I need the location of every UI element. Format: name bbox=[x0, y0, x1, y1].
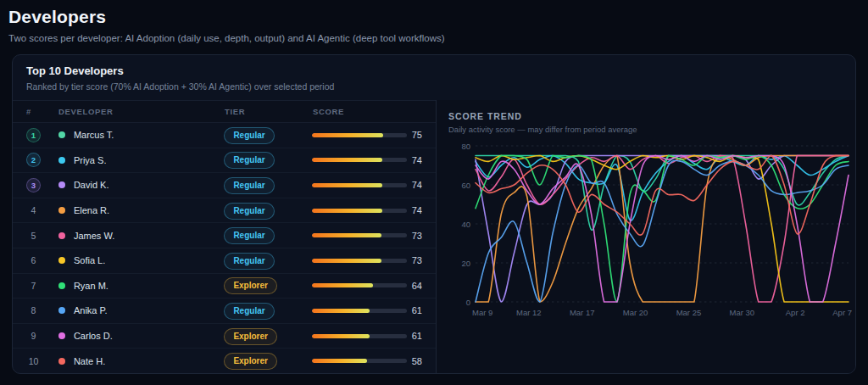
score-value: 58 bbox=[412, 356, 422, 366]
y-axis-tick-label: 60 bbox=[461, 181, 470, 190]
x-axis-tick-label: Mar 12 bbox=[516, 308, 542, 317]
column-header-developer: Developer bbox=[58, 107, 225, 116]
rank-badge: 9 bbox=[26, 331, 41, 341]
rank-badge: 1 bbox=[26, 128, 41, 142]
score-bar bbox=[312, 209, 407, 213]
developer-color-dot bbox=[58, 282, 65, 289]
developer-name: Elena R. bbox=[74, 205, 109, 215]
column-header-tier: Tier bbox=[225, 107, 313, 116]
tier-badge: Regular bbox=[224, 203, 274, 220]
developer-name: Priya S. bbox=[74, 155, 107, 165]
rank-badge: 2 bbox=[26, 153, 41, 167]
table-row[interactable]: 6Sofia L.Regular73 bbox=[13, 248, 436, 274]
panel-subtitle: Ranked by tier score (70% AI Adoption + … bbox=[26, 81, 842, 92]
column-header-score: Score bbox=[313, 107, 413, 116]
table-row[interactable]: 10Nate H.Explorer58 bbox=[13, 349, 436, 373]
developer-name: Marcus T. bbox=[74, 130, 114, 140]
score-value: 75 bbox=[412, 130, 422, 140]
developer-name: James W. bbox=[74, 231, 114, 241]
tier-badge: Regular bbox=[224, 303, 274, 320]
panel-header: Top 10 Developers Ranked by tier score (… bbox=[13, 55, 855, 100]
table-row[interactable]: 5James W.Regular73 bbox=[13, 223, 436, 248]
developer-color-dot bbox=[58, 207, 65, 214]
tier-badge: Regular bbox=[224, 152, 274, 169]
chart-title: SCORE TREND bbox=[448, 111, 856, 121]
score-bar bbox=[312, 359, 407, 363]
tier-badge: Regular bbox=[224, 127, 274, 144]
y-axis-tick-label: 80 bbox=[461, 142, 470, 151]
x-axis-tick-label: Mar 20 bbox=[623, 308, 648, 317]
x-axis-tick-label: Mar 25 bbox=[676, 308, 702, 317]
developer-color-dot bbox=[58, 332, 65, 339]
top-developers-panel: Top 10 Developers Ranked by tier score (… bbox=[12, 54, 856, 374]
developer-color-dot bbox=[58, 131, 65, 138]
rank-badge: 3 bbox=[26, 178, 41, 192]
developer-color-dot bbox=[58, 157, 65, 164]
developer-name: Ryan M. bbox=[74, 281, 108, 291]
table-row[interactable]: 9Carlos D.Explorer61 bbox=[13, 324, 436, 349]
developer-name: Carlos D. bbox=[74, 331, 113, 341]
column-header-rank: # bbox=[26, 107, 48, 116]
score-bar bbox=[312, 283, 407, 287]
score-value: 61 bbox=[412, 331, 422, 341]
developers-table: # Developer Tier Score 1Marcus T.Regular… bbox=[13, 100, 436, 373]
score-value: 74 bbox=[412, 180, 422, 190]
rank-badge: 10 bbox=[26, 356, 41, 366]
tier-badge: Explorer bbox=[224, 328, 277, 345]
score-bar bbox=[312, 133, 407, 137]
rank-badge: 4 bbox=[26, 205, 41, 215]
score-bar bbox=[312, 233, 407, 237]
rank-badge: 8 bbox=[26, 305, 41, 315]
table-row[interactable]: 3David K.Regular74 bbox=[13, 173, 436, 198]
tier-badge: Regular bbox=[224, 227, 274, 244]
table-header-row: # Developer Tier Score bbox=[13, 100, 436, 123]
developer-color-dot bbox=[58, 181, 65, 188]
rank-badge: 6 bbox=[26, 255, 41, 265]
score-value: 73 bbox=[412, 255, 422, 265]
table-row[interactable]: 4Elena R.Regular74 bbox=[13, 198, 436, 224]
panel-title: Top 10 Developers bbox=[26, 64, 842, 77]
developer-name: Nate H. bbox=[74, 356, 105, 366]
page-subtitle: Two scores per developer: AI Adoption (d… bbox=[8, 33, 856, 43]
tier-badge: Explorer bbox=[224, 353, 277, 370]
score-bar bbox=[312, 334, 407, 338]
score-value: 61 bbox=[412, 305, 422, 315]
table-row[interactable]: 2Priya S.Regular74 bbox=[13, 148, 436, 174]
developer-color-dot bbox=[58, 307, 65, 314]
y-axis-tick-label: 0 bbox=[466, 298, 470, 307]
score-value: 64 bbox=[412, 281, 422, 291]
table-row[interactable]: 8Anika P.Regular61 bbox=[13, 299, 436, 324]
score-bar bbox=[312, 183, 407, 187]
rank-badge: 5 bbox=[26, 231, 41, 241]
tier-badge: Regular bbox=[224, 177, 274, 194]
score-bar bbox=[312, 158, 407, 162]
developers-page: Developers Two scores per developer: AI … bbox=[0, 0, 868, 374]
page-title: Developers bbox=[8, 7, 856, 27]
developer-color-dot bbox=[58, 257, 65, 264]
developer-color-dot bbox=[58, 232, 65, 239]
x-axis-tick-label: Apr 7 bbox=[832, 308, 852, 317]
score-trend-section: SCORE TREND Daily activity score — may d… bbox=[436, 100, 856, 373]
tier-badge: Regular bbox=[224, 253, 274, 270]
developer-name: Sofia L. bbox=[74, 255, 105, 265]
x-axis-tick-label: Apr 2 bbox=[786, 308, 805, 317]
y-axis-tick-label: 20 bbox=[461, 259, 470, 268]
x-axis-tick-label: Mar 30 bbox=[729, 308, 754, 317]
table-row[interactable]: 7Ryan M.Explorer64 bbox=[13, 274, 436, 299]
x-axis-tick-label: Mar 9 bbox=[472, 308, 492, 317]
developer-name: David K. bbox=[74, 180, 109, 190]
score-bar bbox=[312, 309, 407, 313]
table-row[interactable]: 1Marcus T.Regular75 bbox=[13, 123, 436, 148]
rank-badge: 7 bbox=[26, 281, 41, 291]
score-value: 73 bbox=[412, 231, 422, 241]
score-value: 74 bbox=[412, 155, 422, 165]
score-trend-chart[interactable]: 020406080Mar 9Mar 12Mar 17Mar 20Mar 25Ma… bbox=[448, 134, 856, 336]
x-axis-tick-label: Mar 17 bbox=[570, 308, 595, 317]
tier-badge: Explorer bbox=[224, 277, 277, 294]
chart-subtitle: Daily activity score — may differ from p… bbox=[448, 125, 856, 134]
y-axis-tick-label: 40 bbox=[461, 220, 470, 229]
score-value: 74 bbox=[412, 205, 422, 215]
score-bar bbox=[312, 259, 407, 263]
developer-color-dot bbox=[58, 358, 65, 365]
developer-name: Anika P. bbox=[74, 305, 108, 315]
